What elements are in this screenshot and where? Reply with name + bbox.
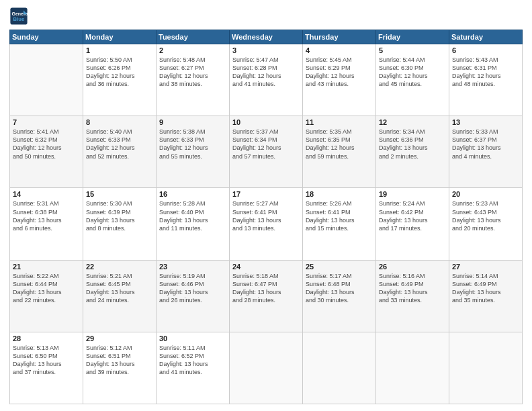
day-detail: Sunrise: 5:35 AM Sunset: 6:35 PM Dayligh…: [306, 128, 373, 161]
weekday-monday: Monday: [83, 30, 157, 44]
day-detail: Sunrise: 5:16 AM Sunset: 6:49 PM Dayligh…: [379, 272, 446, 305]
day-number: 1: [86, 46, 153, 54]
calendar-cell: 19Sunrise: 5:24 AM Sunset: 6:42 PM Dayli…: [376, 188, 449, 260]
day-number: 2: [159, 46, 226, 54]
weekday-wednesday: Wednesday: [230, 30, 303, 44]
day-detail: Sunrise: 5:47 AM Sunset: 6:28 PM Dayligh…: [232, 56, 300, 89]
day-detail: Sunrise: 5:23 AM Sunset: 6:43 PM Dayligh…: [452, 199, 519, 232]
header: General Blue: [9, 7, 523, 26]
day-number: 6: [452, 46, 519, 54]
day-detail: Sunrise: 5:14 AM Sunset: 6:49 PM Dayligh…: [452, 272, 519, 305]
day-detail: Sunrise: 5:19 AM Sunset: 6:46 PM Dayligh…: [159, 272, 226, 305]
day-detail: Sunrise: 5:22 AM Sunset: 6:44 PM Dayligh…: [13, 272, 80, 305]
calendar-cell: 18Sunrise: 5:26 AM Sunset: 6:41 PM Dayli…: [303, 188, 376, 260]
day-number: 21: [13, 263, 80, 271]
day-number: 18: [306, 190, 373, 198]
week-row-2: 7Sunrise: 5:41 AM Sunset: 6:32 PM Daylig…: [10, 116, 523, 188]
day-detail: Sunrise: 5:40 AM Sunset: 6:33 PM Dayligh…: [86, 128, 153, 161]
svg-text:Blue: Blue: [13, 16, 25, 22]
day-detail: Sunrise: 5:43 AM Sunset: 6:31 PM Dayligh…: [452, 56, 519, 89]
weekday-saturday: Saturday: [449, 30, 523, 44]
calendar-page: General Blue SundayMondayTuesdayWednesda…: [0, 0, 532, 411]
day-detail: Sunrise: 5:12 AM Sunset: 6:51 PM Dayligh…: [86, 344, 153, 377]
day-detail: Sunrise: 5:24 AM Sunset: 6:42 PM Dayligh…: [379, 199, 446, 232]
week-row-1: 1Sunrise: 5:50 AM Sunset: 6:26 PM Daylig…: [10, 44, 523, 116]
calendar-cell: [230, 332, 303, 404]
day-number: 30: [159, 334, 226, 342]
day-number: 11: [306, 118, 373, 126]
weekday-header-row: SundayMondayTuesdayWednesdayThursdayFrid…: [10, 30, 523, 44]
day-number: 20: [452, 190, 519, 198]
day-detail: Sunrise: 5:28 AM Sunset: 6:40 PM Dayligh…: [159, 199, 226, 232]
calendar-cell: 13Sunrise: 5:33 AM Sunset: 6:37 PM Dayli…: [449, 116, 523, 188]
week-row-3: 14Sunrise: 5:31 AM Sunset: 6:38 PM Dayli…: [10, 188, 523, 260]
calendar-cell: 22Sunrise: 5:21 AM Sunset: 6:45 PM Dayli…: [83, 260, 157, 332]
day-detail: Sunrise: 5:38 AM Sunset: 6:33 PM Dayligh…: [159, 128, 226, 161]
calendar-cell: 24Sunrise: 5:18 AM Sunset: 6:47 PM Dayli…: [230, 260, 303, 332]
day-detail: Sunrise: 5:30 AM Sunset: 6:39 PM Dayligh…: [86, 199, 153, 232]
weekday-friday: Friday: [376, 30, 449, 44]
calendar-cell: 20Sunrise: 5:23 AM Sunset: 6:43 PM Dayli…: [449, 188, 523, 260]
weekday-thursday: Thursday: [303, 30, 376, 44]
day-detail: Sunrise: 5:41 AM Sunset: 6:32 PM Dayligh…: [13, 128, 80, 161]
calendar-cell: 6Sunrise: 5:43 AM Sunset: 6:31 PM Daylig…: [449, 44, 523, 116]
weekday-tuesday: Tuesday: [157, 30, 230, 44]
calendar-cell: 12Sunrise: 5:34 AM Sunset: 6:36 PM Dayli…: [376, 116, 449, 188]
day-number: 16: [159, 190, 226, 198]
day-number: 13: [452, 118, 519, 126]
day-detail: Sunrise: 5:45 AM Sunset: 6:29 PM Dayligh…: [306, 56, 373, 89]
logo-icon: General Blue: [9, 7, 28, 26]
calendar-cell: 21Sunrise: 5:22 AM Sunset: 6:44 PM Dayli…: [10, 260, 83, 332]
weekday-sunday: Sunday: [10, 30, 83, 44]
day-detail: Sunrise: 5:37 AM Sunset: 6:34 PM Dayligh…: [232, 128, 300, 161]
day-detail: Sunrise: 5:18 AM Sunset: 6:47 PM Dayligh…: [232, 272, 300, 305]
calendar-cell: 25Sunrise: 5:17 AM Sunset: 6:48 PM Dayli…: [303, 260, 376, 332]
calendar-cell: [303, 332, 376, 404]
day-number: 8: [86, 118, 153, 126]
day-detail: Sunrise: 5:50 AM Sunset: 6:26 PM Dayligh…: [86, 56, 153, 89]
calendar-cell: 23Sunrise: 5:19 AM Sunset: 6:46 PM Dayli…: [157, 260, 230, 332]
day-number: 12: [379, 118, 446, 126]
week-row-5: 28Sunrise: 5:13 AM Sunset: 6:50 PM Dayli…: [10, 332, 523, 404]
day-number: 26: [379, 263, 446, 271]
day-detail: Sunrise: 5:17 AM Sunset: 6:48 PM Dayligh…: [306, 272, 373, 305]
day-number: 7: [13, 118, 80, 126]
day-number: 10: [232, 118, 300, 126]
day-detail: Sunrise: 5:33 AM Sunset: 6:37 PM Dayligh…: [452, 128, 519, 161]
calendar-cell: [376, 332, 449, 404]
calendar-cell: 5Sunrise: 5:44 AM Sunset: 6:30 PM Daylig…: [376, 44, 449, 116]
calendar-cell: 26Sunrise: 5:16 AM Sunset: 6:49 PM Dayli…: [376, 260, 449, 332]
day-detail: Sunrise: 5:48 AM Sunset: 6:27 PM Dayligh…: [159, 56, 226, 89]
calendar-table: SundayMondayTuesdayWednesdayThursdayFrid…: [9, 30, 523, 404]
calendar-cell: 28Sunrise: 5:13 AM Sunset: 6:50 PM Dayli…: [10, 332, 83, 404]
calendar-cell: 27Sunrise: 5:14 AM Sunset: 6:49 PM Dayli…: [449, 260, 523, 332]
day-detail: Sunrise: 5:26 AM Sunset: 6:41 PM Dayligh…: [306, 199, 373, 232]
week-row-4: 21Sunrise: 5:22 AM Sunset: 6:44 PM Dayli…: [10, 260, 523, 332]
day-detail: Sunrise: 5:34 AM Sunset: 6:36 PM Dayligh…: [379, 128, 446, 161]
calendar-cell: 8Sunrise: 5:40 AM Sunset: 6:33 PM Daylig…: [83, 116, 157, 188]
calendar-cell: 2Sunrise: 5:48 AM Sunset: 6:27 PM Daylig…: [157, 44, 230, 116]
calendar-cell: 15Sunrise: 5:30 AM Sunset: 6:39 PM Dayli…: [83, 188, 157, 260]
day-number: 15: [86, 190, 153, 198]
day-number: 22: [86, 263, 153, 271]
logo: General Blue: [9, 7, 31, 26]
day-number: 3: [232, 46, 300, 54]
calendar-cell: 4Sunrise: 5:45 AM Sunset: 6:29 PM Daylig…: [303, 44, 376, 116]
calendar-cell: [449, 332, 523, 404]
calendar-cell: 14Sunrise: 5:31 AM Sunset: 6:38 PM Dayli…: [10, 188, 83, 260]
calendar-cell: 10Sunrise: 5:37 AM Sunset: 6:34 PM Dayli…: [230, 116, 303, 188]
calendar-cell: 16Sunrise: 5:28 AM Sunset: 6:40 PM Dayli…: [157, 188, 230, 260]
day-detail: Sunrise: 5:11 AM Sunset: 6:52 PM Dayligh…: [159, 344, 226, 377]
day-number: 17: [232, 190, 300, 198]
day-number: 27: [452, 263, 519, 271]
day-number: 28: [13, 334, 80, 342]
day-number: 25: [306, 263, 373, 271]
day-detail: Sunrise: 5:21 AM Sunset: 6:45 PM Dayligh…: [86, 272, 153, 305]
calendar-cell: 9Sunrise: 5:38 AM Sunset: 6:33 PM Daylig…: [157, 116, 230, 188]
calendar-cell: 1Sunrise: 5:50 AM Sunset: 6:26 PM Daylig…: [83, 44, 157, 116]
day-number: 5: [379, 46, 446, 54]
day-detail: Sunrise: 5:27 AM Sunset: 6:41 PM Dayligh…: [232, 199, 300, 232]
day-number: 14: [13, 190, 80, 198]
calendar-cell: 3Sunrise: 5:47 AM Sunset: 6:28 PM Daylig…: [230, 44, 303, 116]
day-number: 19: [379, 190, 446, 198]
